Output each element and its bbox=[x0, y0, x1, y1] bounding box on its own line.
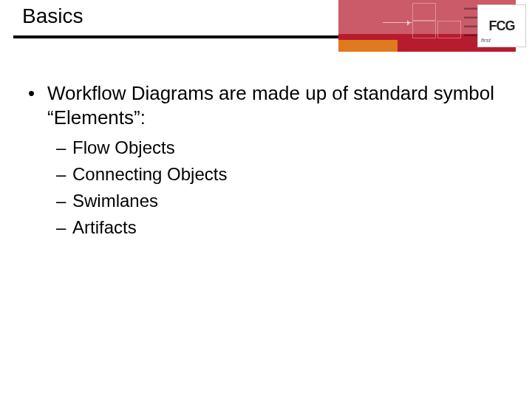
decor-box bbox=[412, 3, 436, 21]
page-title: Basics bbox=[22, 4, 83, 28]
decor-box bbox=[437, 21, 461, 38]
content: Workflow Diagrams are made up of standar… bbox=[28, 81, 501, 239]
header: Basics ▬▬▬▬ ▬▬▬▬▬▬ ▬▬▬▬ ▬▬▬▬▬▬▬ FCG firs… bbox=[0, 0, 532, 53]
stripe-orange bbox=[338, 40, 398, 52]
bullet-sub: Connecting Objects bbox=[28, 163, 501, 185]
bullet-sub: Artifacts bbox=[28, 216, 501, 239]
decor-box bbox=[412, 21, 436, 38]
bullet-main: Workflow Diagrams are made up of standar… bbox=[28, 81, 501, 129]
logo-text: FCG bbox=[489, 18, 515, 34]
slide: Basics ▬▬▬▬ ▬▬▬▬▬▬ ▬▬▬▬ ▬▬▬▬▬▬▬ FCG firs… bbox=[0, 0, 532, 399]
arrow-icon bbox=[383, 22, 412, 23]
logo-subtext: first bbox=[481, 37, 491, 44]
logo: FCG first bbox=[477, 4, 526, 47]
bullet-sub: Flow Objects bbox=[28, 137, 501, 159]
bullet-sub: Swimlanes bbox=[28, 190, 501, 212]
